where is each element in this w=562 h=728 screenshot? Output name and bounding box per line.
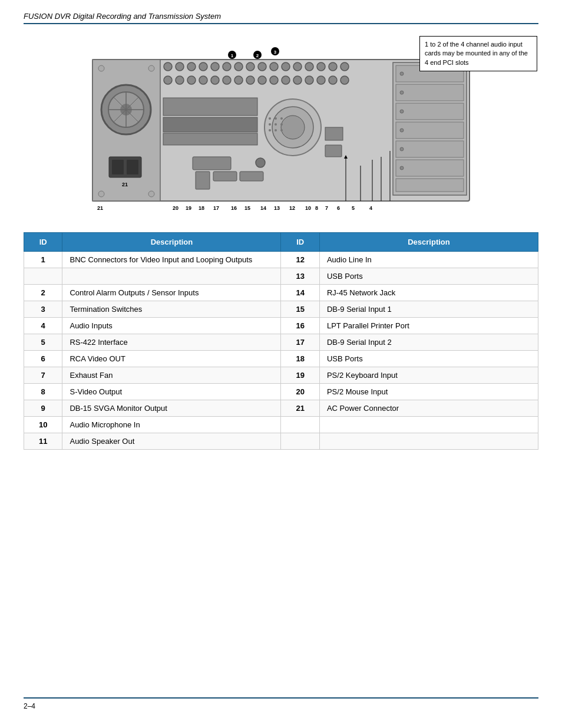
svg-point-29 (305, 62, 313, 71)
header-divider (24, 23, 538, 24)
desc-cell-left: Exhaust Fan (62, 367, 281, 384)
svg-point-17 (164, 62, 172, 71)
svg-text:6: 6 (337, 205, 340, 211)
id-cell-left: 7 (24, 367, 62, 384)
svg-rect-14 (112, 160, 124, 174)
page-container: FUSION DVR Digital Recording and Transmi… (0, 0, 562, 728)
desc-cell-right: DB-9 Serial Input 1 (319, 301, 538, 318)
svg-rect-73 (396, 84, 464, 101)
svg-point-68 (256, 158, 265, 167)
svg-point-38 (223, 76, 231, 84)
desc-cell-left: Termination Switches (62, 301, 281, 318)
desc-cell-left: DB-15 SVGA Monitor Output (62, 400, 281, 417)
svg-point-18 (176, 62, 184, 71)
svg-text:18: 18 (199, 205, 204, 211)
svg-point-58 (269, 123, 271, 126)
svg-point-61 (269, 129, 271, 131)
diagram-area: 1 to 2 of the 4 channel audio input card… (24, 36, 538, 215)
svg-point-41 (258, 76, 266, 84)
svg-point-44 (293, 76, 302, 84)
svg-text:3: 3 (274, 50, 277, 55)
table-row: 13USB Ports (24, 268, 538, 285)
svg-point-31 (329, 62, 337, 71)
svg-point-23 (234, 62, 243, 71)
svg-point-28 (293, 62, 302, 71)
svg-rect-65 (213, 172, 237, 181)
svg-rect-67 (196, 172, 210, 189)
svg-point-40 (246, 76, 254, 84)
svg-text:4: 4 (369, 205, 372, 211)
svg-rect-76 (396, 141, 464, 157)
id-cell-left: 5 (24, 334, 62, 351)
desc-cell-left: RS-422 Interface (62, 334, 281, 351)
component-table: ID Description ID Description 1BNC Conne… (24, 232, 538, 450)
svg-text:21: 21 (97, 205, 103, 211)
footer-divider (24, 697, 538, 699)
table-row: 1BNC Connectors for Video Input and Loop… (24, 252, 538, 268)
svg-point-27 (282, 62, 290, 71)
svg-point-22 (223, 62, 231, 71)
svg-rect-66 (240, 172, 263, 181)
svg-rect-75 (396, 122, 464, 139)
svg-point-48 (340, 76, 349, 84)
desc-cell-left: BNC Connectors for Video Input and Loopi… (62, 252, 281, 268)
desc-cell-right (319, 417, 538, 433)
svg-point-47 (329, 76, 337, 84)
svg-point-63 (280, 129, 283, 131)
svg-rect-70 (325, 145, 342, 157)
svg-point-30 (317, 62, 325, 71)
table-row: 11Audio Speaker Out (24, 433, 538, 450)
svg-point-79 (400, 72, 404, 75)
svg-point-56 (275, 117, 277, 120)
id-cell-right: 16 (281, 318, 319, 334)
desc-cell-right: PS/2 Mouse Input (319, 384, 538, 400)
col4-header: Description (319, 233, 538, 252)
col2-header: Description (62, 233, 281, 252)
desc-cell-right: USB Ports (319, 268, 538, 285)
svg-text:5: 5 (352, 205, 355, 211)
svg-point-83 (400, 147, 404, 151)
desc-cell-right: PS/2 Keyboard Input (319, 367, 538, 384)
svg-rect-51 (163, 133, 257, 145)
desc-cell-right (319, 433, 538, 450)
svg-text:15: 15 (244, 205, 250, 211)
svg-point-60 (280, 123, 283, 126)
desc-cell-left (62, 268, 281, 285)
svg-point-20 (199, 62, 207, 71)
id-cell-left: 11 (24, 433, 62, 450)
svg-point-12 (148, 191, 154, 197)
svg-point-57 (280, 117, 283, 120)
svg-point-19 (187, 62, 196, 71)
desc-cell-left: Audio Inputs (62, 318, 281, 334)
table-row: 6RCA Video OUT18USB Ports (24, 351, 538, 367)
svg-point-32 (340, 62, 349, 71)
table-row: 9DB-15 SVGA Monitor Output21AC Power Con… (24, 400, 538, 417)
svg-rect-49 (163, 98, 257, 116)
svg-text:10: 10 (305, 205, 311, 211)
svg-point-82 (400, 129, 404, 132)
svg-text:17: 17 (213, 205, 219, 211)
table-row: 10Audio Microphone In (24, 417, 538, 433)
svg-text:16: 16 (231, 205, 237, 211)
svg-point-80 (400, 91, 404, 94)
svg-point-43 (282, 76, 290, 84)
svg-point-42 (270, 76, 278, 84)
page-number: 2–4 (24, 702, 538, 710)
svg-point-81 (400, 110, 404, 113)
id-cell-left: 9 (24, 400, 62, 417)
col3-header: ID (281, 233, 319, 252)
svg-point-84 (400, 166, 404, 170)
desc-cell-left: Control Alarm Outputs / Sensor Inputs (62, 285, 281, 301)
page-title: FUSION DVR Digital Recording and Transmi… (24, 12, 538, 21)
svg-rect-69 (325, 127, 343, 140)
svg-point-36 (199, 76, 207, 84)
svg-text:19: 19 (186, 205, 191, 211)
col1-header: ID (24, 233, 62, 252)
svg-rect-50 (163, 117, 257, 132)
id-cell-right (281, 417, 319, 433)
svg-point-45 (305, 76, 313, 84)
id-cell-left: 4 (24, 318, 62, 334)
table-row: 4Audio Inputs16LPT Parallel Printer Port (24, 318, 538, 334)
svg-rect-74 (396, 103, 464, 120)
svg-text:13: 13 (274, 205, 280, 211)
